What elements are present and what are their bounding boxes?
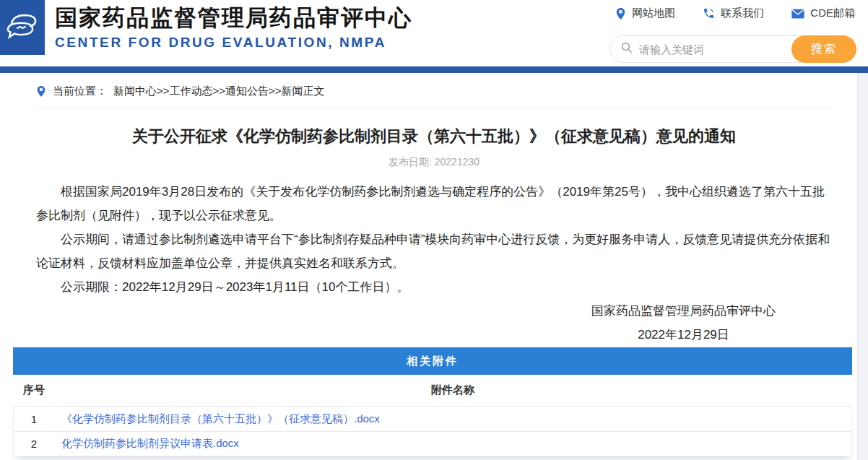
breadcrumb-item-notices[interactable]: 通知公告 [225,84,269,97]
cde-logo [0,0,45,55]
row-index: 2 [14,438,54,450]
attachments-title: 相关附件 [13,347,852,375]
search-input[interactable] [639,43,791,56]
signature-block: 国家药品监督管理局药品审评中心 2022年12月29日 [36,299,832,347]
attachment-link-1[interactable]: 《化学仿制药参比制剂目录（第六十五批）》（征求意见稿）.docx [61,412,380,426]
location-pin-icon [615,7,626,20]
contact-label: 联系我们 [721,6,764,20]
site-title-cn: 国家药品监督管理局药品审评中心 [55,3,412,33]
site-header: 国家药品监督管理局药品审评中心 CENTER FOR DRUG EVALUATI… [0,0,868,66]
breadcrumb-label: 当前位置： [53,84,107,98]
breadcrumb-item-news-center[interactable]: 新闻中心 [113,84,157,97]
utility-nav: 网站地图 联系我们 CDE邮箱 [615,6,855,20]
table-row: 1 《化学仿制药参比制剂目录（第六十五批）》（征求意见稿）.docx [14,407,851,431]
sitemap-label: 网站地图 [632,6,675,20]
phone-icon [703,7,715,19]
mailbox-label: CDE邮箱 [810,6,855,20]
paragraph-1: 根据国家局2019年3月28日发布的《关于发布化学仿制药参比制剂遴选与确定程序的… [36,180,832,227]
publish-date: 发布日期: 20221230 [36,156,832,169]
attachments-table: 相关附件 序号 附件名称 1 《化学仿制药参比制剂目录（第六十五批）》（征求意见… [13,347,852,456]
breadcrumb-item-work-dynamics[interactable]: 工作动态 [170,84,213,97]
envelope-icon [791,9,804,19]
article: 关于公开征求《化学仿制药参比制剂目录（第六十五批）》（征求意见稿）意见的通知 发… [36,126,832,347]
paragraph-3: 公示期限：2022年12月29日～2023年1月11日（10个工作日）。 [36,275,832,299]
row-index: 1 [14,413,54,425]
mailbox-link[interactable]: CDE邮箱 [791,6,855,20]
column-header-index: 序号 [13,383,53,397]
breadcrumb: 当前位置：新闻中心>>工作动态>>通知公告>>新闻正文 [36,83,868,99]
signature-date: 2022年12月29日 [591,323,776,347]
attachment-link-2[interactable]: 化学仿制药参比制剂异议申请表.docx [61,437,239,451]
paragraph-2: 公示期间，请通过参比制剂遴选申请平台下“参比制剂存疑品种申请”模块向药审中心进行… [36,227,832,275]
breadcrumb-divider [36,107,832,108]
attachments-column-headers: 序号 附件名称 [13,375,852,407]
search-bar: 搜索 [609,35,856,63]
page-right-strip [857,73,868,460]
search-button[interactable]: 搜索 [791,35,856,63]
search-icon [620,41,633,57]
article-body: 根据国家局2019年3月28日发布的《关于发布化学仿制药参比制剂遴选与确定程序的… [36,180,832,299]
site-title-en: CENTER FOR DRUG EVALUATION, NMPA [55,33,412,52]
page-title: 关于公开征求《化学仿制药参比制剂目录（第六十五批）》（征求意见稿）意见的通知 [36,126,832,147]
table-row: 2 化学仿制药参比制剂异议申请表.docx [14,431,851,456]
attachments-rows: 1 《化学仿制药参比制剂目录（第六十五批）》（征求意见稿）.docx 2 化学仿… [13,407,852,456]
header-divider-bar [0,66,868,73]
contact-link[interactable]: 联系我们 [703,6,764,20]
column-header-name: 附件名称 [53,383,852,397]
breadcrumb-item-article[interactable]: 新闻正文 [282,84,325,97]
signature-org: 国家药品监督管理局药品审评中心 [591,299,776,323]
location-pin-icon [36,85,46,97]
sitemap-link[interactable]: 网站地图 [615,6,675,20]
site-branding: 国家药品监督管理局药品审评中心 CENTER FOR DRUG EVALUATI… [55,3,412,52]
